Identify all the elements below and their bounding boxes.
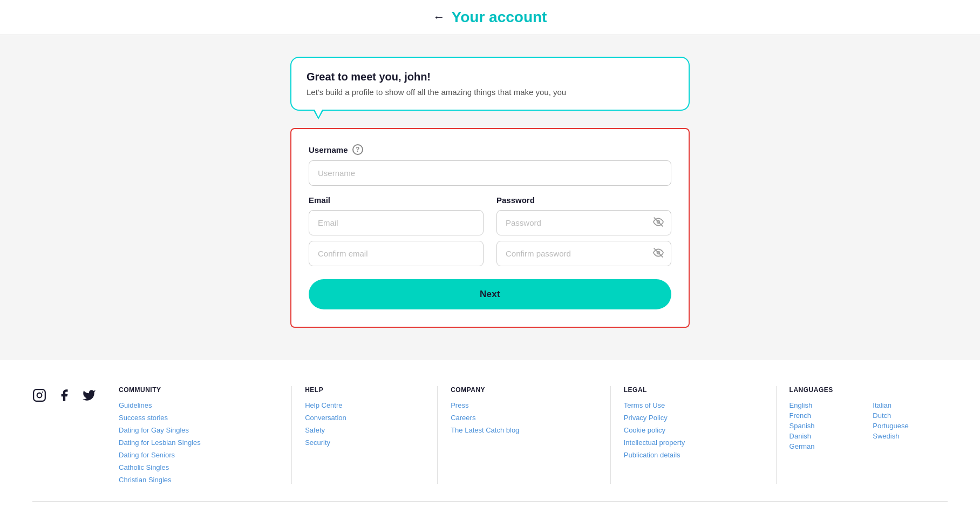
lang-portuguese[interactable]: Portuguese <box>873 422 948 430</box>
speech-bubble: Great to meet you, john! Let's build a p… <box>290 57 690 111</box>
help-link-centre[interactable]: Help Centre <box>305 401 424 409</box>
lang-italian[interactable]: Italian <box>873 401 948 409</box>
page-header: ← Your account <box>0 0 980 35</box>
community-link-christian[interactable]: Christian Singles <box>119 476 278 484</box>
company-link-press[interactable]: Press <box>451 401 597 409</box>
community-link-lesbian[interactable]: Dating for Lesbian Singles <box>119 438 278 447</box>
legal-link-terms[interactable]: Terms of Use <box>624 401 763 409</box>
community-link-catholic[interactable]: Catholic Singles <box>119 463 278 471</box>
social-icons <box>32 386 97 406</box>
email-input[interactable] <box>309 210 484 235</box>
help-link-security[interactable]: Security <box>305 438 424 447</box>
form-card: Username ? Email Password <box>290 128 690 328</box>
legal-link-publication[interactable]: Publication details <box>624 451 763 459</box>
confirm-password-input[interactable] <box>496 241 671 266</box>
password-label: Password <box>496 195 671 205</box>
password-input-wrap <box>496 210 671 235</box>
lang-english[interactable]: English <box>790 401 865 409</box>
footer-company: COMPANY Press Careers The Latest Catch b… <box>451 386 611 484</box>
community-link-gay[interactable]: Dating for Gay Singles <box>119 426 278 434</box>
next-button[interactable]: Next <box>309 279 671 309</box>
company-title: COMPANY <box>451 386 597 394</box>
legal-link-privacy[interactable]: Privacy Policy <box>624 414 763 422</box>
confirm-email-input-wrap <box>309 241 484 266</box>
help-link-safety[interactable]: Safety <box>305 426 424 434</box>
footer-help: HELP Help Centre Conversation Safety Sec… <box>305 386 438 484</box>
footer-legal: LEGAL Terms of Use Privacy Policy Cookie… <box>624 386 777 484</box>
company-link-blog[interactable]: The Latest Catch blog <box>451 426 597 434</box>
footer-community: COMMUNITY Guidelines Success stories Dat… <box>119 386 292 484</box>
username-help-icon[interactable]: ? <box>352 144 363 155</box>
svg-point-5 <box>37 393 42 398</box>
username-input[interactable] <box>309 160 671 186</box>
instagram-icon[interactable] <box>32 388 46 406</box>
legal-link-ip[interactable]: Intellectual property <box>624 438 763 447</box>
svg-point-6 <box>42 392 43 393</box>
lang-spanish[interactable]: Spanish <box>790 422 865 430</box>
footer-top: COMMUNITY Guidelines Success stories Dat… <box>32 386 948 501</box>
languages-title: LANGUAGES <box>790 386 948 394</box>
password-toggle-icon[interactable] <box>653 217 664 230</box>
community-link-seniors[interactable]: Dating for Seniors <box>119 451 278 459</box>
confirm-password-input-wrap <box>496 241 671 266</box>
password-input[interactable] <box>496 210 671 235</box>
lang-swedish[interactable]: Swedish <box>873 432 948 440</box>
lang-dutch[interactable]: Dutch <box>873 411 948 420</box>
back-button[interactable]: ← <box>433 10 445 24</box>
username-label: Username ? <box>309 144 671 155</box>
community-link-guidelines[interactable]: Guidelines <box>119 401 278 409</box>
lang-german[interactable]: German <box>790 442 865 450</box>
svg-rect-4 <box>33 389 45 401</box>
footer: COMMUNITY Guidelines Success stories Dat… <box>0 360 980 513</box>
footer-languages: LANGUAGES English Italian French Dutch S… <box>790 386 948 484</box>
page-title: Your account <box>452 9 547 26</box>
email-group: Email <box>309 195 484 266</box>
legal-title: LEGAL <box>624 386 763 394</box>
bubble-subtitle: Let's build a profile to show off all th… <box>307 87 673 97</box>
main-content: Great to meet you, john! Let's build a p… <box>280 35 700 360</box>
confirm-password-toggle-icon[interactable] <box>653 247 664 260</box>
community-link-success[interactable]: Success stories <box>119 414 278 422</box>
community-title: COMMUNITY <box>119 386 278 394</box>
help-link-conversation[interactable]: Conversation <box>305 414 424 422</box>
lang-danish[interactable]: Danish <box>790 432 865 440</box>
password-group: Password <box>496 195 671 266</box>
email-label: Email <box>309 195 484 205</box>
footer-links: COMMUNITY Guidelines Success stories Dat… <box>119 386 948 484</box>
confirm-email-input[interactable] <box>309 241 484 266</box>
lang-grid: English Italian French Dutch Spanish Por… <box>790 401 948 450</box>
legal-link-cookie[interactable]: Cookie policy <box>624 426 763 434</box>
lang-french[interactable]: French <box>790 411 865 420</box>
company-link-careers[interactable]: Careers <box>451 414 597 422</box>
help-title: HELP <box>305 386 424 394</box>
bubble-greeting: Great to meet you, john! <box>307 71 673 83</box>
facebook-icon[interactable] <box>57 388 71 406</box>
twitter-icon[interactable] <box>82 388 96 406</box>
footer-copyright: Copyright 2001–2022 Plentyoffish Media U… <box>32 501 948 513</box>
email-input-wrap <box>309 210 484 235</box>
email-password-row: Email Password <box>309 195 671 266</box>
